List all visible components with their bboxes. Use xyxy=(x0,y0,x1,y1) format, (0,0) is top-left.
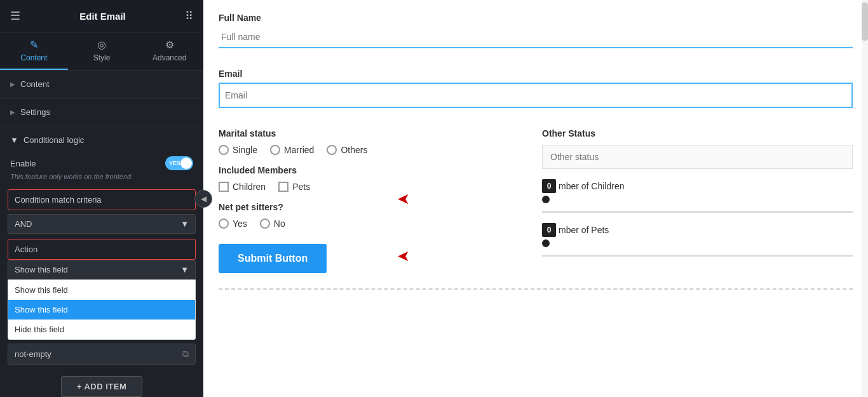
radio-circle-single xyxy=(219,145,229,155)
net-sitters-label: Net pet sitters? xyxy=(219,202,529,212)
feature-note: This feature only works on the frontend. xyxy=(0,172,203,185)
option-show-1[interactable]: Show this field xyxy=(8,280,195,300)
included-members-section: Included Members Children Pets xyxy=(219,165,529,192)
conditional-logic-header[interactable]: ▼ Conditional logic xyxy=(0,126,203,154)
option-show-2-selected[interactable]: Show this field xyxy=(8,300,195,320)
criteria-label: Condition match criteria xyxy=(15,195,102,205)
checkbox-square-children xyxy=(219,182,229,192)
hamburger-icon[interactable]: ☰ xyxy=(10,9,20,23)
checkbox-label-children: Children xyxy=(233,182,266,192)
chevron-down-icon-4: ▼ xyxy=(180,265,189,274)
radio-married[interactable]: Married xyxy=(270,145,314,155)
full-name-input[interactable] xyxy=(219,27,853,48)
sidebar-settings-label: Settings xyxy=(20,107,50,117)
style-icon: ◎ xyxy=(97,39,106,51)
conditional-logic-label: Conditional logic xyxy=(24,135,84,145)
right-col: Other Status 0 mber of Children 0 mber o… xyxy=(542,128,853,273)
radio-circle-no xyxy=(260,219,270,229)
other-status-section: Other Status xyxy=(542,128,853,169)
marital-status-label: Marital status xyxy=(219,128,529,138)
email-section: Email xyxy=(219,69,853,118)
pets-badge: 0 xyxy=(542,223,556,237)
chevron-right-icon: ▶ xyxy=(10,81,15,88)
copy-icon[interactable]: ⧉ xyxy=(182,349,189,360)
panel-header: ☰ Edit Email ⠿ xyxy=(0,0,203,32)
checkbox-children[interactable]: Children xyxy=(219,182,266,192)
children-count-label: mber of Children xyxy=(559,181,625,191)
option-hide[interactable]: Hide this field xyxy=(8,320,195,339)
not-empty-value: not-empty xyxy=(15,349,51,359)
add-item-button[interactable]: + ADD ITEM xyxy=(61,376,143,397)
radio-others[interactable]: Others xyxy=(327,145,367,155)
checkbox-pets[interactable]: Pets xyxy=(278,182,310,192)
checkbox-label-pets: Pets xyxy=(292,182,310,192)
tab-advanced-label: Advanced xyxy=(153,53,186,62)
pets-count-label: mber of Pets xyxy=(559,225,609,235)
panel-collapse-button[interactable]: ◀ xyxy=(194,190,212,208)
num-pets-section: 0 mber of Pets xyxy=(542,223,853,257)
sidebar-content-label: Content xyxy=(20,79,50,89)
radio-label-single: Single xyxy=(233,145,257,155)
radio-circle-yes xyxy=(219,219,229,229)
grid-icon[interactable]: ⠿ xyxy=(185,9,193,23)
radio-circle-others xyxy=(327,145,337,155)
two-col-section: Marital status Single Married Others xyxy=(219,128,853,273)
tab-style[interactable]: ◎ Style xyxy=(68,32,136,70)
conditional-logic-section: ▼ Conditional logic Enable YES This feat… xyxy=(0,126,203,397)
action-dropdown-container: Show this field ▼ Show this field Show t… xyxy=(8,260,196,340)
tab-advanced[interactable]: ⚙ Advanced xyxy=(135,32,203,70)
action-box: Action xyxy=(8,239,196,260)
pets-slider-track[interactable] xyxy=(542,255,853,257)
full-name-section: Full Name xyxy=(219,13,853,58)
tabs-bar: ✎ Content ◎ Style ⚙ Advanced xyxy=(0,32,203,71)
children-slider-track[interactable] xyxy=(542,211,853,213)
other-status-label: Other Status xyxy=(542,128,853,138)
num-children-section: 0 mber of Children xyxy=(542,179,853,213)
and-dropdown[interactable]: AND ▼ xyxy=(8,214,196,234)
enable-row: Enable YES xyxy=(0,154,203,172)
radio-yes[interactable]: Yes xyxy=(219,219,247,229)
tab-style-label: Style xyxy=(93,53,111,62)
other-status-input[interactable] xyxy=(542,145,853,169)
radio-label-married: Married xyxy=(284,145,314,155)
children-badge: 0 xyxy=(542,179,556,193)
members-checkbox-group: Children Pets xyxy=(219,182,529,192)
submit-button[interactable]: Submit Button xyxy=(219,244,327,273)
num-children-row: 0 mber of Children xyxy=(542,179,853,193)
full-name-label: Full Name xyxy=(219,13,853,23)
tab-content[interactable]: ✎ Content xyxy=(0,32,68,70)
action-dropdown-value: Show this field xyxy=(15,265,68,274)
content-icon: ✎ xyxy=(30,39,38,51)
pets-slider-dot xyxy=(542,239,550,247)
chevron-right-icon-2: ▶ xyxy=(10,109,15,116)
sidebar-item-settings[interactable]: ▶ Settings xyxy=(0,98,203,126)
action-dropdown-main[interactable]: Show this field ▼ xyxy=(8,260,196,279)
radio-circle-married xyxy=(270,145,280,155)
right-panel: Full Name Email Marital status Single Ma… xyxy=(203,0,868,397)
toggle-yes-label: YES xyxy=(169,160,180,166)
action-dropdown-options: Show this field Show this field Hide thi… xyxy=(8,279,196,340)
radio-no[interactable]: No xyxy=(260,219,285,229)
email-input[interactable] xyxy=(219,83,853,108)
marital-status-section: Marital status Single Married Others xyxy=(219,128,529,155)
radio-label-no: No xyxy=(274,219,285,229)
checkbox-square-pets xyxy=(278,182,288,192)
toggle-knob xyxy=(180,158,192,169)
panel-title: Edit Email xyxy=(79,11,126,22)
radio-single[interactable]: Single xyxy=(219,145,257,155)
enable-label: Enable xyxy=(10,159,36,168)
and-value: AND xyxy=(15,219,32,229)
chevron-down-icon-3: ▼ xyxy=(180,219,189,229)
num-pets-row: 0 mber of Pets xyxy=(542,223,853,237)
radio-label-others: Others xyxy=(341,145,367,155)
scrollbar-track[interactable] xyxy=(862,0,868,397)
tab-content-label: Content xyxy=(20,53,47,62)
enable-toggle[interactable]: YES xyxy=(165,156,193,170)
sidebar-item-content[interactable]: ▶ Content xyxy=(0,71,203,98)
children-slider-dot xyxy=(542,196,550,203)
left-panel: ☰ Edit Email ⠿ ✎ Content ◎ Style ⚙ Advan… xyxy=(0,0,203,397)
add-item-label: + ADD ITEM xyxy=(77,382,127,391)
scrollbar-thumb[interactable] xyxy=(862,3,868,41)
action-label: Action xyxy=(15,245,37,254)
email-label: Email xyxy=(219,69,853,79)
